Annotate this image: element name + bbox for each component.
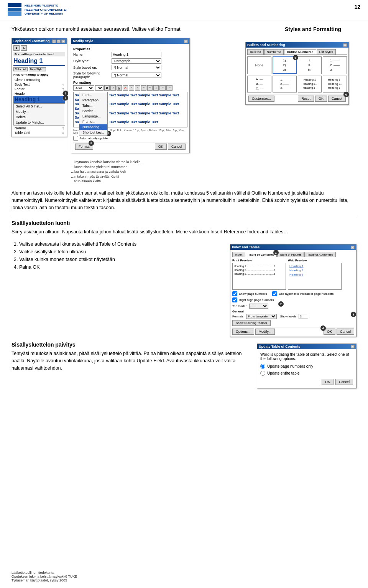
- formats-row: Formats: From template Show levels: 3: [232, 314, 354, 319]
- align-left-btn[interactable]: ≡: [129, 85, 134, 91]
- tab-toc[interactable]: Table of Contents 1: [246, 252, 277, 257]
- following-select[interactable]: ¶ Normal: [112, 73, 161, 78]
- auto-update-checkbox[interactable]: [73, 136, 78, 141]
- fmt-numbering[interactable]: Numbering...: [79, 124, 107, 130]
- update-panel-body: Word is updating the table of contents. …: [257, 349, 356, 388]
- tab-bulleted[interactable]: Bulleted: [247, 49, 264, 55]
- show-page-numbers-checkbox[interactable]: [232, 291, 237, 296]
- minimize-button[interactable]: _: [52, 40, 56, 43]
- bold-btn[interactable]: B: [104, 85, 110, 91]
- toolbar-btn-1[interactable]: ▼: [13, 45, 20, 51]
- use-hyperlinks-checkbox[interactable]: [272, 291, 277, 296]
- underline-btn[interactable]: U: [117, 85, 122, 91]
- based-select[interactable]: ¶ Normal: [112, 65, 161, 70]
- bullet-cell-num4[interactable]: 1. —— 2. —— 3. ——: [273, 76, 297, 92]
- index-tabs: Index Table of Contents 1 Table of Figur…: [232, 252, 354, 257]
- footer-line1: Lääketieteellinen tiedekunta: [12, 571, 77, 575]
- show-levels-input[interactable]: [299, 314, 308, 319]
- screenshots-container: Styles and Formatting _ □ × ▼ A Formatti…: [12, 38, 356, 184]
- tab-leader-select[interactable]: ......: [249, 304, 268, 309]
- indent-dec-btn[interactable]: ←: [159, 85, 166, 91]
- bullets-close-btn[interactable]: ×: [343, 43, 347, 47]
- modify-footer: Format 3 OK Cancel: [73, 142, 187, 151]
- toolbar-btn-2[interactable]: A: [21, 45, 27, 51]
- update-cancel-btn[interactable]: Cancel: [335, 379, 353, 385]
- modify-close-btn[interactable]: ×: [184, 40, 188, 43]
- modify-cancel-btn[interactable]: Cancel: [168, 144, 186, 150]
- show-outline-btn[interactable]: Show Outlining Toolbar: [232, 320, 271, 326]
- style-item-header[interactable]: Header¶ 1: [13, 91, 65, 96]
- fmt-border[interactable]: Border...: [79, 108, 107, 114]
- font-select[interactable]: Arial: [73, 85, 94, 91]
- bullet-cell-alpha[interactable]: A. — B. — C. —: [247, 76, 271, 92]
- new-style-btn[interactable]: New Style...: [29, 67, 46, 71]
- toc-step-2: Valitse sisällysluettelon ulkoasu: [19, 248, 222, 256]
- fmt-frame[interactable]: Frame...: [79, 119, 107, 124]
- style-item-bodytext[interactable]: Body Text¶: [13, 82, 65, 87]
- tab-index[interactable]: Index: [232, 252, 245, 257]
- maximize-button[interactable]: □: [57, 40, 61, 43]
- update-ok-btn[interactable]: OK: [322, 379, 334, 385]
- bullets-cancel-btn[interactable]: Cancel: [328, 96, 346, 102]
- bullets-ok-btn[interactable]: OK: [315, 96, 327, 102]
- bullet-cell-1[interactable]: 1) 2) 3) 5: [273, 56, 297, 74]
- indent-inc-btn[interactable]: →: [166, 85, 172, 91]
- bullet-cell-2[interactable]: I. II. III.: [298, 56, 322, 74]
- section2-heading: Sisällysluettelon päivitys: [12, 342, 249, 348]
- tab-numbered[interactable]: Numbered: [264, 49, 284, 55]
- bullet-cell-3[interactable]: 1. —— 2. —— 3. ——: [323, 56, 347, 74]
- right-align-checkbox[interactable]: [232, 297, 237, 302]
- modify-ok-btn[interactable]: OK: [155, 144, 167, 150]
- style-item-footer[interactable]: Footer¶: [13, 87, 65, 91]
- radio-page-numbers-input[interactable]: [260, 364, 265, 369]
- customize-btn[interactable]: Customize...: [248, 96, 274, 102]
- fmt-language[interactable]: Language...: [79, 114, 107, 119]
- close-button[interactable]: ×: [61, 40, 65, 43]
- bullet-cell-none[interactable]: None: [247, 56, 271, 74]
- auto-update-row: Automatically update: [73, 136, 187, 141]
- style-item-normal[interactable]: Normal¶: [13, 126, 65, 130]
- tab-authorities[interactable]: Table of Authorities: [304, 252, 336, 257]
- index-cancel-btn[interactable]: Cancel: [337, 329, 354, 335]
- index-close-btn[interactable]: ×: [351, 246, 355, 249]
- modify-btn[interactable]: Modify...: [255, 329, 275, 335]
- style-item-heading1[interactable]: Heading 1¶ 2: [13, 96, 65, 103]
- align-justify-btn[interactable]: ≡: [147, 85, 153, 91]
- style-item-clear[interactable]: Clear Formatting: [13, 78, 65, 82]
- type-select[interactable]: Paragraph: [112, 58, 161, 64]
- bullet-cell-heading2[interactable]: Heading 3– Heading 3– Heading 3–: [323, 76, 347, 92]
- formats-select[interactable]: From template: [246, 314, 277, 319]
- update-titlebar-buttons: ×: [351, 345, 355, 349]
- tab-figures[interactable]: Table of Figures: [277, 252, 304, 257]
- styles-panel-body: ▼ A Formatting of selected text: Heading…: [12, 44, 67, 137]
- style-item-tablegrid[interactable]: Table Grid≡: [13, 130, 65, 135]
- tab-list-styles[interactable]: List Styles: [317, 49, 336, 55]
- fmt-font[interactable]: Font...: [79, 92, 107, 97]
- options-btn[interactable]: Options...: [232, 329, 254, 335]
- fmt-shortcut[interactable]: Shortcut key...: [79, 130, 107, 135]
- fmt-tabs[interactable]: Tabs...: [79, 103, 107, 108]
- section1-heading: Sisällysluettelon luonti: [12, 220, 356, 226]
- size-select[interactable]: 16: [95, 85, 104, 91]
- align-center-btn[interactable]: ≡: [135, 85, 140, 91]
- body-paragraph-1: Alemman tason otsikoille tehdään samat v…: [12, 190, 356, 211]
- tab-outline-numbered[interactable]: Outline Numbered: [284, 49, 316, 55]
- fontcolor-btn[interactable]: A: [123, 85, 128, 91]
- fmt-paragraph[interactable]: Paragraph...: [79, 97, 107, 103]
- bullets-reset-btn[interactable]: Reset: [298, 96, 314, 102]
- bullet-cell-heading1[interactable]: Heading 1 Heading 3– Heading 3–: [298, 76, 322, 92]
- ctx-modify[interactable]: Modify...: [14, 109, 65, 114]
- print-item-2: Heading 2...............................…: [234, 268, 284, 272]
- ctx-select-all[interactable]: Select All 5 Inst...: [14, 104, 65, 109]
- italic-btn[interactable]: I: [110, 85, 116, 91]
- ctx-delete[interactable]: Delete...: [14, 114, 65, 120]
- align-right-btn[interactable]: ≡: [141, 85, 146, 91]
- select-all-btn[interactable]: Select All: [13, 67, 28, 71]
- radio-entire-table-input[interactable]: [260, 371, 265, 376]
- update-close-btn[interactable]: ×: [351, 345, 355, 349]
- tab-leader-row: Tab leader: ...... 2: [232, 304, 354, 309]
- index-titlebar-buttons: ×: [351, 246, 355, 249]
- name-input[interactable]: [112, 52, 161, 57]
- ctx-update[interactable]: Update to Match...: [14, 120, 65, 125]
- line-spacing-btn[interactable]: ↕: [153, 85, 159, 91]
